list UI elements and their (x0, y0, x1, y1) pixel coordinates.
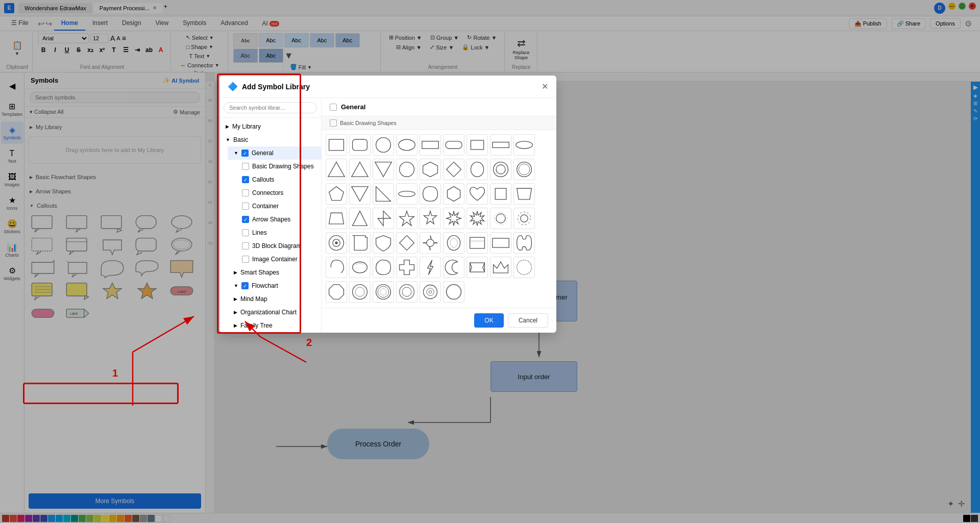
modal-overlay[interactable]: 🔷 Add Symbol Library ✕ ▶ My Library (0, 0, 980, 523)
modal-tree-image-container[interactable]: Image Container (236, 253, 321, 266)
shape-circle3[interactable] (513, 257, 535, 278)
shape-wide-rect3[interactable] (490, 232, 511, 254)
shape-oval[interactable] (467, 159, 488, 180)
shape-star6[interactable] (443, 208, 464, 229)
shape-star7[interactable] (467, 208, 488, 229)
container-checkbox[interactable] (242, 203, 249, 210)
shape-arrow-tri[interactable] (373, 208, 394, 229)
shape-rect2[interactable] (467, 134, 488, 156)
shape-crescent[interactable] (443, 257, 464, 278)
svg-marker-67 (471, 211, 484, 226)
basic-drawing-shapes-subheader: Basic Drawing Shapes (322, 116, 556, 130)
modal-tree-general[interactable]: ▼ ✓ General (228, 146, 321, 160)
modal-tree-connectors[interactable]: Connectors (236, 186, 321, 200)
shape-semi-circle[interactable] (420, 281, 441, 303)
modal-tree-lines[interactable]: Lines (236, 226, 321, 239)
svg-point-49 (471, 162, 483, 177)
lines-checkbox[interactable] (242, 229, 249, 236)
svg-point-37 (399, 139, 415, 151)
shape-curved-rect[interactable] (420, 183, 441, 205)
general-header-checkbox[interactable] (330, 104, 337, 111)
shape-trapezoid2[interactable] (326, 208, 347, 229)
shape-star5[interactable] (420, 208, 441, 229)
shape-oval2[interactable] (443, 232, 464, 254)
shape-diamond2[interactable] (396, 232, 418, 254)
callouts-checkbox[interactable]: ✓ (242, 176, 249, 183)
shape-gear[interactable] (513, 208, 535, 229)
shape-circle2[interactable] (396, 159, 418, 180)
shape-diamond3[interactable] (349, 281, 371, 303)
add-symbol-library-modal: 🔷 Add Symbol Library ✕ ▶ My Library (219, 76, 556, 333)
shape-stadium[interactable] (443, 134, 464, 156)
modal-tree-my-library[interactable]: ▶ My Library (219, 120, 321, 133)
modal-tree-family-tree[interactable]: ▶ Family Tree (228, 319, 321, 332)
shape-bumpy[interactable] (513, 232, 535, 254)
connectors-checkbox[interactable] (242, 189, 249, 196)
shape-sun[interactable] (490, 208, 511, 229)
shape-crown[interactable] (490, 257, 511, 278)
modal-ok-button[interactable]: OK (474, 313, 503, 328)
modal-tree-smart-shapes[interactable]: ▶ Smart Shapes (228, 266, 321, 279)
shape-gear2[interactable] (420, 232, 441, 254)
shape-star4[interactable] (396, 208, 418, 229)
shape-double-circle[interactable] (490, 159, 511, 180)
svg-marker-64 (400, 211, 414, 226)
modal-cancel-button[interactable]: Cancel (508, 313, 548, 328)
shape-teardrop[interactable] (373, 257, 394, 278)
shape-pentagon[interactable] (326, 183, 347, 205)
shape-big-circle[interactable] (443, 281, 464, 303)
basic-drawing-checkbox[interactable] (242, 163, 249, 170)
image-container-checkbox[interactable] (242, 256, 249, 263)
shape-circle4[interactable] (373, 281, 394, 303)
modal-tree-callouts[interactable]: ✓ Callouts (236, 173, 321, 186)
modal-tree-basic-drawing[interactable]: Basic Drawing Shapes (236, 160, 321, 173)
shape-heart[interactable] (467, 183, 488, 205)
modal-search-input[interactable] (224, 102, 317, 113)
shape-right-triangle[interactable] (349, 159, 371, 180)
modal-tree-basic[interactable]: ▼ Basic (219, 133, 321, 146)
shape-target[interactable] (326, 232, 347, 254)
shape-hexagon[interactable] (420, 159, 441, 180)
shape-cross-plus[interactable] (396, 257, 418, 278)
flowchart-checkbox[interactable]: ✓ (241, 282, 249, 289)
shape-irregular2[interactable] (326, 257, 347, 278)
shape-tri-inverted[interactable] (349, 183, 371, 205)
shape-lightning[interactable] (420, 257, 441, 278)
shape-ellipse[interactable] (396, 134, 418, 156)
modal-tree-mind-map[interactable]: ▶ Mind Map (228, 292, 321, 306)
shape-shield[interactable] (373, 232, 394, 254)
shape-square[interactable] (490, 183, 511, 205)
shape-rect3[interactable] (467, 232, 488, 254)
shape-octagon[interactable] (326, 281, 347, 303)
shape-wide-rect[interactable] (420, 134, 441, 156)
shape-rt-triangle[interactable] (373, 183, 394, 205)
shape-banner[interactable] (467, 257, 488, 278)
shape-wide-shape[interactable] (396, 183, 418, 205)
3d-block-checkbox[interactable] (242, 242, 249, 250)
modal-close-button[interactable]: ✕ (542, 82, 548, 91)
shape-circle[interactable] (373, 134, 394, 156)
shape-wide-ellipse[interactable] (513, 134, 535, 156)
modal-tree-graphs-charts[interactable]: ▶ Graphs and Charts (228, 332, 321, 333)
modal-tree-flowchart[interactable]: ▼ ✓ Flowchart (228, 279, 321, 292)
shape-rounded-rect[interactable] (349, 134, 371, 156)
shape-cross[interactable] (349, 232, 371, 254)
shape-tri3[interactable] (349, 208, 371, 229)
modal-tree-3d-block[interactable]: 3D Block Diagram (236, 239, 321, 253)
shape-irregular1[interactable] (443, 183, 464, 205)
shape-wide-rect2[interactable] (490, 134, 511, 156)
arrow-shapes-checkbox[interactable]: ✓ (242, 216, 249, 223)
shape-triangle2[interactable] (373, 159, 394, 180)
shape-rectangle[interactable] (326, 134, 347, 156)
shape-trapezoid[interactable] (513, 183, 535, 205)
shape-circle5[interactable] (396, 281, 418, 303)
modal-tree-container[interactable]: Container (236, 200, 321, 213)
basic-drawing-subheader-checkbox[interactable] (330, 119, 337, 127)
shape-double-circle2[interactable] (513, 159, 535, 180)
svg-marker-65 (424, 211, 436, 224)
shape-blob[interactable] (349, 257, 371, 278)
shape-triangle[interactable] (326, 159, 347, 180)
modal-tree-arrow-shapes[interactable]: ✓ Arrow Shapes (236, 213, 321, 226)
shape-diamond[interactable] (443, 159, 464, 180)
modal-tree-org-chart[interactable]: ▶ Organizational Chart (228, 306, 321, 319)
